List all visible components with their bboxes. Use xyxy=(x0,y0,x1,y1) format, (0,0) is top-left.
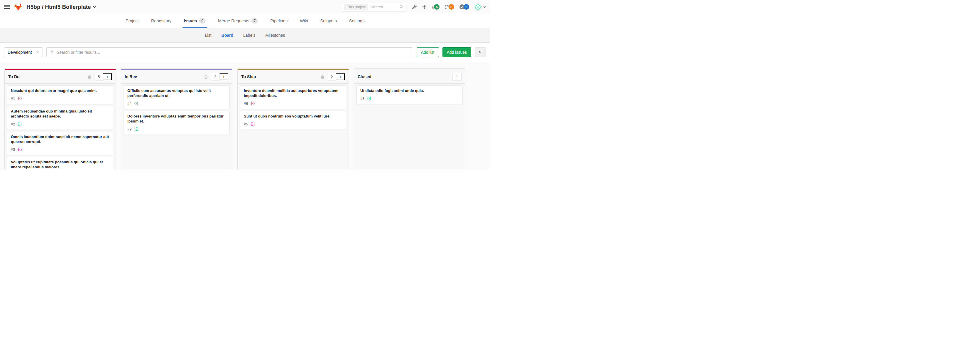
column-title: In Rev xyxy=(125,74,137,79)
issue-card[interactable]: Sunt ut quos nostrum eos voluptatum veli… xyxy=(240,111,346,130)
gitlab-board-page: H5bp / Html5 Boilerplate This project Se… xyxy=(0,0,490,170)
admin-wrench-icon[interactable] xyxy=(411,4,417,10)
column-title: Closed xyxy=(358,74,371,79)
issue-number: #6 xyxy=(244,101,248,106)
issue-number: #2 xyxy=(11,122,15,126)
new-issue-plus-button[interactable]: + xyxy=(336,73,345,80)
issue-card[interactable]: Nesciunt qui dolore error magni quo quia… xyxy=(7,85,113,104)
issue-number: #5 xyxy=(244,122,248,126)
column-title: To Do xyxy=(8,74,20,79)
top-navbar: H5bp / Html5 Boilerplate This project Se… xyxy=(0,0,490,14)
column-title: To Ship xyxy=(241,74,256,79)
todos-counter[interactable]: 0 xyxy=(459,4,469,10)
assignee-avatar[interactable] xyxy=(367,96,372,101)
project-nav: Project Repository Issues 9 Merge Reques… xyxy=(0,14,490,28)
assignee-avatar[interactable] xyxy=(250,122,255,126)
delete-list-icon[interactable] xyxy=(320,74,325,79)
board-column-to-do: To Do 5 + Nesciunt qui do xyxy=(5,69,116,170)
tab-wiki[interactable]: Wiki xyxy=(299,14,309,27)
issue-card[interactable]: Ut dicta odio fugit animi unde quia. #8 xyxy=(356,85,463,104)
global-search-input[interactable]: This project Search xyxy=(342,3,406,11)
tab-repository[interactable]: Repository xyxy=(150,14,172,27)
issue-board: To Do 5 + Nesciunt qui do xyxy=(0,62,490,170)
user-menu[interactable] xyxy=(474,3,486,11)
todos-count-badge: 0 xyxy=(464,4,469,10)
chevron-down-icon xyxy=(93,6,96,8)
issue-card[interactable]: Autem recusandae quo minima quia iusto s… xyxy=(7,106,113,130)
new-issue-plus-button[interactable]: + xyxy=(103,73,112,80)
issues-sub-nav: List Board Labels Milestones xyxy=(0,28,490,43)
board-column-to-ship: To Ship 2 + Inventore del xyxy=(237,69,349,170)
tab-snippets[interactable]: Snippets xyxy=(319,14,338,27)
sub-tab-milestones[interactable]: Milestones xyxy=(265,33,285,38)
sub-tab-board[interactable]: Board xyxy=(221,33,233,38)
issues-tab-count: 9 xyxy=(199,18,206,24)
hamburger-menu-icon[interactable] xyxy=(4,5,10,9)
assignee-avatar[interactable] xyxy=(250,101,255,106)
issue-card[interactable]: Inventore deleniti mollitia aut asperior… xyxy=(240,85,346,109)
add-issues-button[interactable]: Add issues xyxy=(442,47,471,57)
issue-card[interactable]: Officiis eum accusamus voluptas qui iste… xyxy=(124,85,230,109)
issue-card[interactable]: Dolores inventore voluptas enim temporib… xyxy=(124,111,230,135)
issues-counter[interactable]: # 6 xyxy=(432,4,439,10)
issue-number: #1 xyxy=(11,96,15,101)
gitlab-logo-icon[interactable] xyxy=(14,3,22,11)
issue-number: #3 xyxy=(11,147,15,152)
user-menu-caret-icon xyxy=(483,6,486,8)
column-issue-count: 2 xyxy=(328,73,336,80)
tab-pipelines[interactable]: Pipelines xyxy=(269,14,289,27)
mr-tab-count: 7 xyxy=(251,18,258,24)
tab-project[interactable]: Project xyxy=(124,14,140,27)
merge-requests-counter[interactable]: 6 xyxy=(444,4,454,10)
search-scope-chip: This project xyxy=(344,4,368,10)
fullscreen-expand-icon xyxy=(479,50,482,54)
column-issue-count: 2 xyxy=(211,73,220,80)
column-card-list: Inventore deleniti mollitia aut asperior… xyxy=(238,84,348,170)
tab-issues[interactable]: Issues 9 xyxy=(183,14,207,27)
milestone-dropdown[interactable]: Development xyxy=(4,47,43,57)
filter-funnel-icon xyxy=(50,50,54,54)
column-issue-count: 1 xyxy=(453,73,461,80)
milestone-dropdown-value: Development xyxy=(8,50,32,54)
sub-tab-labels[interactable]: Labels xyxy=(243,33,255,38)
issue-number: #9 xyxy=(127,127,132,131)
board-search-field[interactable] xyxy=(46,47,413,57)
issue-number: #4 xyxy=(127,101,132,106)
issue-card[interactable]: Voluptates ut cupiditate possimus qui of… xyxy=(7,157,113,170)
new-plus-icon[interactable] xyxy=(422,5,427,10)
delete-list-icon[interactable] xyxy=(204,74,208,79)
board-search-input[interactable] xyxy=(57,50,410,54)
add-list-button[interactable]: Add list xyxy=(417,47,439,57)
delete-list-icon[interactable] xyxy=(88,74,92,79)
project-title-dropdown[interactable]: H5bp / Html5 Boilerplate xyxy=(26,4,96,10)
column-card-list: Officiis eum accusamus voluptas qui iste… xyxy=(121,84,232,170)
fullscreen-button[interactable] xyxy=(475,47,486,57)
project-title: H5bp / Html5 Boilerplate xyxy=(26,4,91,10)
assignee-avatar[interactable] xyxy=(18,147,22,152)
tab-settings[interactable]: Settings xyxy=(348,14,366,27)
board-column-closed: Closed 1 + Ut dicta odio fugit animi und xyxy=(354,69,465,170)
user-avatar xyxy=(474,3,482,11)
issue-number: #8 xyxy=(360,96,364,101)
issue-card[interactable]: Omnis laudantium dolor suscipit nemo asp… xyxy=(7,132,113,155)
issues-count-badge: 6 xyxy=(434,4,439,10)
tab-merge-requests[interactable]: Merge Requests 7 xyxy=(217,14,259,27)
new-issue-plus-button[interactable]: + xyxy=(220,73,228,80)
assignee-avatar[interactable] xyxy=(18,96,22,101)
chevron-down-icon xyxy=(37,51,39,53)
sub-tab-list[interactable]: List xyxy=(205,33,212,38)
column-issue-count: 5 xyxy=(94,73,103,80)
board-column-in-rev: In Rev 2 + Officiis eum a xyxy=(121,69,232,170)
assignee-avatar[interactable] xyxy=(18,122,22,126)
board-filter-bar: Development Add list Add issues xyxy=(0,43,490,62)
assignee-avatar[interactable] xyxy=(134,101,139,106)
search-placeholder: Search xyxy=(371,5,397,9)
assignee-avatar[interactable] xyxy=(134,126,139,132)
column-card-list: Nesciunt qui dolore error magni quo quia… xyxy=(5,84,116,170)
search-icon xyxy=(399,5,404,9)
column-card-list: Ut dicta odio fugit animi unde quia. #8 xyxy=(354,84,465,170)
mr-count-badge: 6 xyxy=(449,4,454,10)
